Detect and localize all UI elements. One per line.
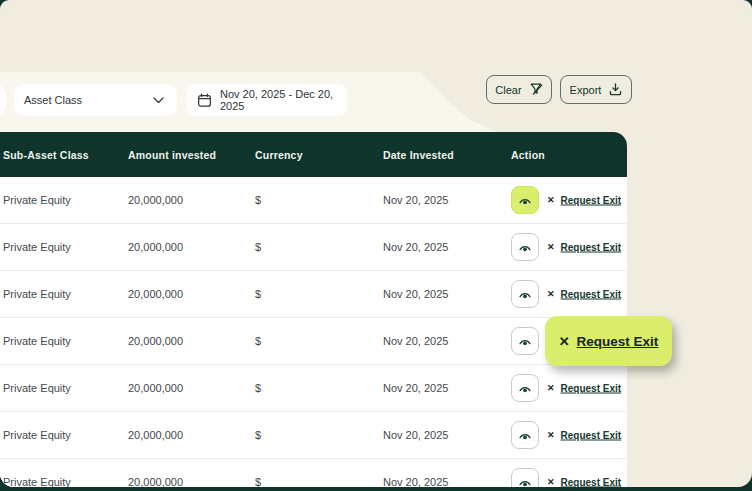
column-header-action: Action [511, 149, 545, 161]
column-header-sub-asset-class: Sub-Asset Class [3, 149, 89, 161]
request-exit-link: Request Exit [561, 430, 622, 441]
eye-icon [518, 476, 532, 488]
cell-currency: $ [255, 241, 261, 253]
clear-button-label: Clear [495, 84, 521, 96]
close-icon: ✕ [547, 196, 555, 205]
view-button[interactable] [511, 186, 539, 214]
view-button[interactable] [511, 233, 539, 261]
table-row: Private Equity 20,000,000 $ Nov 20, 2025… [0, 177, 627, 224]
eye-icon [518, 335, 532, 348]
eye-icon [518, 382, 532, 395]
view-button[interactable] [511, 421, 539, 449]
column-header-date-invested: Date Invested [383, 149, 454, 161]
request-exit-link: Request Exit [561, 477, 622, 488]
close-icon: ✕ [547, 478, 555, 487]
cell-sub-asset-class: Private Equity [3, 476, 71, 487]
cell-amount-invested: 20,000,000 [128, 288, 183, 300]
close-icon: ✕ [547, 290, 555, 299]
table-row: Private Equity 20,000,000 $ Nov 20, 2025… [0, 459, 627, 487]
cell-amount-invested: 20,000,000 [128, 335, 183, 347]
app-panel: Asset Class Nov 20, 2025 - Dec 20, 2025 … [0, 0, 752, 487]
filter-clear-icon [530, 83, 543, 96]
close-icon: ✕ [559, 335, 570, 348]
cell-currency: $ [255, 335, 261, 347]
request-exit-link: Request Exit [561, 289, 622, 300]
table-row: Private Equity 20,000,000 $ Nov 20, 2025… [0, 412, 627, 459]
table-row: Private Equity 20,000,000 $ Nov 20, 2025… [0, 224, 627, 271]
cell-amount-invested: 20,000,000 [128, 382, 183, 394]
request-exit-link: Request Exit [577, 334, 659, 349]
clear-button[interactable]: Clear [486, 75, 552, 104]
calendar-icon [197, 93, 212, 108]
cell-sub-asset-class: Private Equity [3, 194, 71, 206]
cell-date-invested: Nov 20, 2025 [383, 476, 448, 487]
view-button[interactable] [511, 327, 539, 355]
cell-currency: $ [255, 382, 261, 394]
request-exit-action[interactable]: ✕ Request Exit [547, 383, 621, 394]
table-row: Private Equity 20,000,000 $ Nov 20, 2025… [0, 271, 627, 318]
cell-currency: $ [255, 288, 261, 300]
cell-date-invested: Nov 20, 2025 [383, 382, 448, 394]
chevron-down-icon [153, 97, 164, 104]
close-icon: ✕ [547, 243, 555, 252]
request-exit-action[interactable]: ✕ Request Exit [547, 477, 621, 488]
close-icon: ✕ [547, 384, 555, 393]
table-row: Private Equity 20,000,000 $ Nov 20, 2025… [0, 318, 627, 365]
date-range-value: Nov 20, 2025 - Dec 20, 2025 [220, 88, 337, 112]
cell-currency: $ [255, 429, 261, 441]
close-icon: ✕ [547, 431, 555, 440]
table-header: Sub-Asset Class Amount invested Currency… [0, 132, 627, 177]
request-exit-link: Request Exit [561, 242, 622, 253]
cell-sub-asset-class: Private Equity [3, 382, 71, 394]
cell-currency: $ [255, 476, 261, 487]
cell-sub-asset-class: Private Equity [3, 288, 71, 300]
investments-table: Sub-Asset Class Amount invested Currency… [0, 132, 627, 487]
request-exit-link: Request Exit [561, 195, 622, 206]
cell-date-invested: Nov 20, 2025 [383, 335, 448, 347]
request-exit-link: Request Exit [561, 383, 622, 394]
request-exit-action[interactable]: ✕ Request Exit [547, 430, 621, 441]
asset-class-dropdown[interactable]: Asset Class [14, 84, 177, 116]
request-exit-action[interactable]: ✕ Request Exit [547, 289, 621, 300]
request-exit-magnified-tooltip[interactable]: ✕ Request Exit [545, 316, 672, 366]
cell-sub-asset-class: Private Equity [3, 241, 71, 253]
cell-date-invested: Nov 20, 2025 [383, 241, 448, 253]
eye-icon [518, 194, 532, 207]
cell-amount-invested: 20,000,000 [128, 194, 183, 206]
export-button[interactable]: Export [560, 75, 632, 104]
cell-date-invested: Nov 20, 2025 [383, 288, 448, 300]
cell-date-invested: Nov 20, 2025 [383, 429, 448, 441]
cell-date-invested: Nov 20, 2025 [383, 194, 448, 206]
view-button[interactable] [511, 374, 539, 402]
cell-sub-asset-class: Private Equity [3, 429, 71, 441]
eye-icon [518, 241, 532, 254]
table-row: Private Equity 20,000,000 $ Nov 20, 2025… [0, 365, 627, 412]
cell-amount-invested: 20,000,000 [128, 241, 183, 253]
view-button[interactable] [511, 280, 539, 308]
export-button-label: Export [570, 84, 602, 96]
cell-currency: $ [255, 194, 261, 206]
date-range-picker[interactable]: Nov 20, 2025 - Dec 20, 2025 [187, 84, 347, 116]
view-button[interactable] [511, 468, 539, 487]
eye-icon [518, 288, 532, 301]
column-header-amount-invested: Amount invested [128, 149, 216, 161]
request-exit-action[interactable]: ✕ Request Exit [547, 242, 621, 253]
column-header-currency: Currency [255, 149, 303, 161]
asset-class-label: Asset Class [24, 94, 82, 106]
cell-amount-invested: 20,000,000 [128, 429, 183, 441]
download-icon [609, 83, 622, 96]
eye-icon [518, 429, 532, 442]
request-exit-action[interactable]: ✕ Request Exit [547, 195, 621, 206]
cell-amount-invested: 20,000,000 [128, 476, 183, 487]
cell-sub-asset-class: Private Equity [3, 335, 71, 347]
table-body: Private Equity 20,000,000 $ Nov 20, 2025… [0, 177, 627, 487]
